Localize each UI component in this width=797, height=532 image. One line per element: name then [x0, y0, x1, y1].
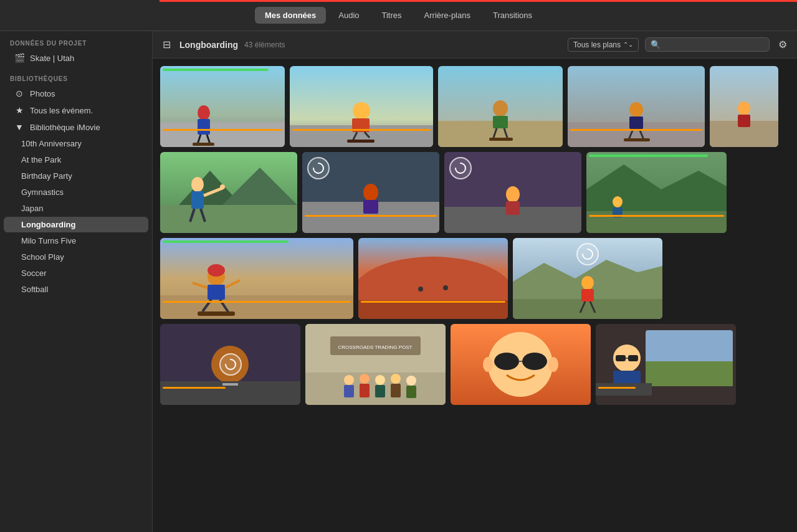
svg-point-100 [522, 353, 547, 370]
svg-point-95 [406, 376, 416, 386]
svg-rect-13 [347, 140, 375, 143]
layout-toggle-button[interactable]: ⊟ [160, 36, 173, 53]
search-box[interactable]: 🔍 [645, 37, 770, 52]
video-grid: CROSSROADS TRADING POST [153, 59, 797, 532]
svg-point-102 [483, 357, 493, 372]
svg-point-103 [548, 357, 558, 372]
svg-rect-27 [624, 138, 650, 141]
sidebar-item-birthday-party[interactable]: Birthday Party [4, 168, 148, 184]
sidebar-item-japan[interactable]: Japan [4, 201, 148, 216]
content-title: Longboarding [179, 40, 238, 50]
tous-evenements-label: Tous les événem. [30, 106, 93, 115]
svg-rect-60 [208, 285, 225, 300]
filter-label: Tous les plans [573, 40, 621, 49]
svg-point-91 [375, 375, 385, 385]
video-clip[interactable] [513, 238, 662, 319]
video-clip[interactable] [160, 66, 285, 147]
svg-point-49 [506, 186, 520, 202]
video-clip[interactable] [160, 152, 297, 233]
svg-rect-1 [160, 122, 285, 147]
sidebar-item-longboarding[interactable]: Longboarding [4, 217, 148, 232]
sidebar-item-soccer[interactable]: Soccer [4, 265, 148, 281]
tab-arriere-plans[interactable]: Arrière-plans [414, 7, 480, 24]
content-count: 43 éléments [244, 40, 285, 49]
video-clip[interactable] [710, 66, 778, 147]
softball-label: Softball [21, 285, 48, 294]
japan-label: Japan [21, 204, 43, 213]
svg-rect-50 [506, 201, 520, 215]
video-clip[interactable] [596, 324, 736, 405]
svg-rect-6 [193, 143, 214, 146]
sidebar-item-photos[interactable]: ⊙ Photos [4, 85, 148, 102]
sidebar-item-10th-anniversary[interactable]: 10th Anniversary [4, 136, 148, 151]
milo-turns-five-label: Milo Turns Five [21, 236, 76, 245]
svg-rect-37 [191, 191, 204, 209]
svg-point-30 [738, 102, 750, 115]
svg-point-16 [493, 100, 508, 116]
svg-point-93 [391, 374, 401, 384]
tab-mes-donnees[interactable]: Mes données [255, 7, 326, 24]
svg-text:CROSSROADS TRADING POST: CROSSROADS TRADING POST [338, 344, 413, 350]
svg-rect-73 [513, 299, 662, 319]
sidebar-item-bibliotheque-imovie[interactable]: ▼ Bibliothèque iMovie [4, 119, 148, 135]
photos-label: Photos [30, 89, 55, 98]
svg-rect-88 [344, 385, 354, 397]
video-clip[interactable] [451, 324, 591, 405]
sidebar-item-project[interactable]: 🎬 Skate | Utah [4, 50, 148, 66]
birthday-party-label: Birthday Party [21, 171, 72, 181]
video-clip[interactable] [568, 66, 705, 147]
tab-transitions[interactable]: Transitions [483, 7, 542, 24]
video-clip[interactable] [438, 66, 563, 147]
video-clip[interactable] [358, 238, 508, 319]
video-clip[interactable] [444, 152, 581, 233]
svg-rect-94 [391, 384, 401, 397]
video-clip[interactable] [302, 152, 439, 233]
10th-anniversary-label: 10th Anniversary [21, 139, 82, 148]
filter-dropdown[interactable]: Tous les plans ⌃⌄ [568, 38, 639, 52]
project-label: Skate | Utah [30, 54, 74, 63]
video-clip[interactable]: CROSSROADS TRADING POST [305, 324, 446, 405]
sidebar-item-softball[interactable]: Softball [4, 282, 148, 297]
sidebar-item-school-play[interactable]: School Play [4, 249, 148, 265]
svg-point-45 [363, 184, 378, 201]
tab-audio[interactable]: Audio [328, 7, 369, 24]
settings-button[interactable]: ⚙ [776, 36, 790, 53]
content-toolbar: ⊟ Longboarding 43 éléments Tous les plan… [153, 31, 797, 59]
video-clip[interactable] [160, 238, 353, 319]
video-clip[interactable] [586, 152, 727, 233]
svg-point-2 [198, 105, 210, 120]
svg-rect-108 [616, 355, 626, 361]
svg-rect-24 [629, 116, 643, 129]
svg-rect-20 [489, 138, 513, 141]
sidebar-item-milo-turns-five[interactable]: Milo Turns Five [4, 233, 148, 249]
svg-rect-31 [738, 115, 750, 127]
svg-rect-68 [358, 300, 508, 319]
at-the-park-label: At the Park [21, 155, 61, 164]
triangle-icon: ▼ [14, 122, 25, 132]
project-section-header: DONNÉES DU PROJET [0, 31, 152, 49]
video-clip[interactable] [290, 66, 433, 147]
clip-row-2 [160, 152, 790, 233]
sidebar-item-at-the-park[interactable]: At the Park [4, 152, 148, 168]
svg-point-89 [360, 374, 370, 384]
top-toolbar: Mes données Audio Titres Arrière-plans T… [0, 0, 797, 31]
tab-titres[interactable]: Titres [372, 7, 412, 24]
svg-rect-92 [375, 385, 385, 397]
svg-point-99 [494, 353, 519, 370]
svg-rect-109 [628, 355, 638, 361]
svg-rect-57 [160, 295, 353, 319]
svg-point-9 [353, 102, 370, 120]
svg-rect-90 [360, 384, 370, 397]
school-play-label: School Play [21, 252, 64, 262]
search-input[interactable] [664, 40, 764, 49]
svg-point-59 [208, 264, 225, 277]
sidebar-item-gymnastics[interactable]: Gymnastics [4, 184, 148, 200]
video-clip[interactable] [160, 324, 300, 405]
svg-point-39 [220, 184, 225, 189]
svg-point-23 [629, 102, 643, 117]
sidebar-item-tous-evenements[interactable]: ★ Tous les événem. [4, 102, 148, 118]
clip-row-1 [160, 66, 790, 147]
bibliotheque-label: Bibliothèque iMovie [30, 123, 100, 132]
search-icon: 🔍 [651, 40, 661, 49]
clip-row-4: CROSSROADS TRADING POST [160, 324, 790, 405]
